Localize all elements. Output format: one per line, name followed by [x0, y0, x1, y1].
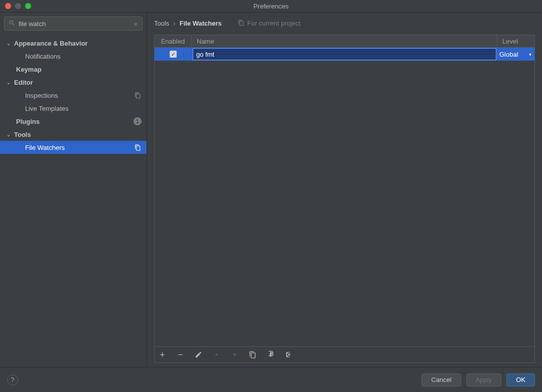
- window-title: Preferences: [253, 3, 289, 10]
- scope-hint-text: For current project: [247, 20, 301, 27]
- crumb-leaf: File Watchers: [180, 20, 222, 27]
- breadcrumb: Tools › File Watchers For current projec…: [147, 13, 542, 35]
- remove-button[interactable]: [176, 350, 185, 359]
- project-scope-icon: [238, 20, 244, 28]
- table-row[interactable]: ✓ Global ▾: [155, 48, 534, 61]
- table-header: Enabled Name Level: [154, 35, 535, 48]
- sidebar-item-plugins[interactable]: Plugins 1: [0, 115, 147, 128]
- col-level[interactable]: Level: [497, 35, 534, 47]
- sidebar-item-keymap[interactable]: Keymap: [0, 63, 147, 76]
- chevron-down-icon: ▾: [529, 52, 531, 57]
- checkbox-checked-icon[interactable]: ✓: [170, 51, 177, 58]
- export-button[interactable]: [284, 350, 293, 359]
- window-maximize-button[interactable]: [25, 3, 31, 9]
- col-enabled[interactable]: Enabled: [155, 35, 192, 47]
- sidebar-item-editor[interactable]: ⌄ Editor: [0, 76, 147, 89]
- settings-content: Tools › File Watchers For current projec…: [147, 13, 542, 367]
- apply-button: Apply: [466, 373, 502, 386]
- chevron-down-icon: ⌄: [5, 41, 12, 46]
- sidebar-item-tools[interactable]: ⌄ Tools: [0, 128, 147, 141]
- col-name[interactable]: Name: [192, 35, 497, 47]
- window-minimize-button[interactable]: [15, 3, 21, 9]
- table-body: ✓ Global ▾: [154, 48, 535, 363]
- sidebar-item-notifications[interactable]: Notifications: [0, 50, 147, 63]
- watchers-table: Enabled Name Level ✓ Global ▾: [154, 35, 535, 363]
- watcher-level-value: Global: [499, 51, 518, 58]
- scope-hint: For current project: [238, 20, 301, 28]
- watcher-level-cell[interactable]: Global ▾: [497, 51, 534, 58]
- settings-tree: ⌄ Appearance & Behavior Notifications Ke…: [0, 35, 147, 367]
- sidebar-item-file-watchers[interactable]: File Watchers: [0, 141, 147, 154]
- crumb-root[interactable]: Tools: [154, 20, 169, 27]
- settings-sidebar: × ⌄ Appearance & Behavior Notifications …: [0, 13, 147, 367]
- watcher-name-cell[interactable]: [192, 48, 497, 60]
- import-button[interactable]: [266, 350, 275, 359]
- clear-search-icon[interactable]: ×: [133, 20, 138, 28]
- chevron-down-icon: ⌄: [5, 132, 12, 137]
- add-button[interactable]: [158, 350, 167, 359]
- edit-button[interactable]: [194, 350, 203, 359]
- search-box[interactable]: ×: [4, 17, 143, 31]
- move-down-button: [230, 350, 239, 359]
- traffic-lights: [0, 3, 31, 9]
- sidebar-item-inspections[interactable]: Inspections: [0, 89, 147, 102]
- watcher-enabled-cell[interactable]: ✓: [155, 51, 192, 58]
- search-icon: [9, 20, 16, 28]
- plugins-update-badge: 1: [133, 117, 142, 125]
- project-scope-icon: [133, 91, 142, 99]
- sidebar-item-appearance-behavior[interactable]: ⌄ Appearance & Behavior: [0, 37, 147, 50]
- project-scope-icon: [133, 143, 142, 151]
- copy-button[interactable]: [248, 350, 257, 359]
- search-input[interactable]: [19, 20, 130, 28]
- dialog-footer: ? Cancel Apply OK: [0, 367, 542, 392]
- window-close-button[interactable]: [5, 3, 11, 9]
- watchers-toolbar: [155, 346, 534, 362]
- cancel-button[interactable]: Cancel: [422, 373, 461, 386]
- main-split: × ⌄ Appearance & Behavior Notifications …: [0, 13, 542, 367]
- watcher-name-input[interactable]: [193, 48, 496, 60]
- move-up-button: [212, 350, 221, 359]
- ok-button[interactable]: OK: [506, 373, 535, 386]
- chevron-down-icon: ⌄: [5, 80, 12, 85]
- sidebar-item-live-templates[interactable]: Live Templates: [0, 102, 147, 115]
- chevron-right-icon: ›: [173, 20, 175, 27]
- help-button[interactable]: ?: [7, 374, 18, 385]
- titlebar: Preferences: [0, 0, 542, 13]
